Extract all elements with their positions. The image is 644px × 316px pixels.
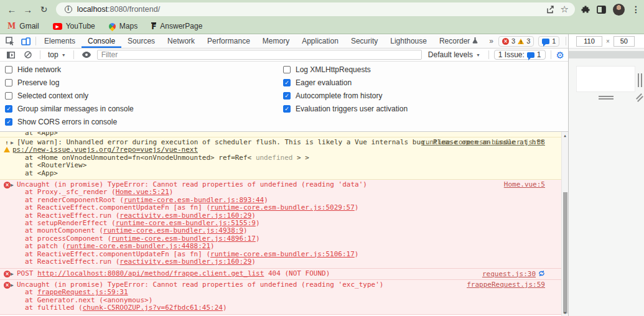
source-location-link[interactable]: Home.vue:5 bbox=[504, 181, 545, 188]
code-link[interactable]: reactivity.esm-bundler.js:160:29 bbox=[119, 211, 251, 220]
side-panel-icon[interactable] bbox=[597, 6, 606, 14]
setting-label: Log XMLHttpRequests bbox=[296, 65, 371, 74]
setting-group-similar-messages-in-console[interactable]: ✓Group similar messages in console bbox=[5, 105, 283, 113]
code-link[interactable]: runtime-core.esm-bundler.js:5106:17 bbox=[210, 250, 355, 258]
expand-arrow-icon[interactable]: ▶ bbox=[11, 271, 14, 278]
checkbox[interactable]: ✓ bbox=[283, 105, 291, 113]
console-error-message[interactable]: ×▶POST http://localhost:8080/api/method/… bbox=[0, 269, 561, 280]
checkbox[interactable]: ✓ bbox=[5, 105, 12, 113]
url-text[interactable]: localhost:8080/frontend/ bbox=[77, 5, 160, 14]
setting-preserve-log[interactable]: Preserve log bbox=[5, 79, 283, 86]
setting-log-xmlhttprequests[interactable]: Log XMLHttpRequests bbox=[283, 66, 408, 73]
forward-button[interactable]: → bbox=[20, 4, 36, 15]
tab-console[interactable]: Console bbox=[82, 34, 121, 48]
console-error-message[interactable]: ×▶Uncaught (in promise) TypeError: Canno… bbox=[0, 180, 561, 268]
setting-label: Eager evaluation bbox=[296, 78, 352, 87]
checkbox[interactable]: ✓ bbox=[283, 92, 291, 100]
code-link[interactable]: runtime-core.esm-bundler.js:4488:21 bbox=[66, 242, 210, 250]
code-link[interactable]: Home.vue:5:21 bbox=[116, 188, 169, 196]
source-location-link[interactable]: request.js:30 bbox=[482, 270, 545, 279]
media-query-bar[interactable] bbox=[569, 51, 644, 58]
checkbox[interactable] bbox=[283, 66, 291, 73]
console-sidebar-icon[interactable] bbox=[4, 52, 18, 58]
console-scrollbar[interactable]: ▲ ▼ bbox=[561, 132, 568, 316]
code-link[interactable]: runtime-core.esm-bundler.js:4896:17 bbox=[111, 235, 256, 243]
code-link[interactable]: http://localhost:8080/api/method/frappe.… bbox=[37, 269, 264, 277]
live-expression-eye-icon[interactable] bbox=[79, 52, 94, 58]
checkbox[interactable]: ✓ bbox=[283, 79, 291, 86]
extensions-icon[interactable] bbox=[581, 5, 590, 14]
viewport-height-input[interactable] bbox=[614, 36, 635, 47]
expand-arrow-icon[interactable]: ▶ bbox=[11, 182, 14, 189]
setting-evaluation-triggers-user-activation[interactable]: ✓Evaluation triggers user activation bbox=[283, 105, 408, 113]
address-bar[interactable]: i localhost:8080/frontend/ ☆ bbox=[56, 2, 575, 16]
bookmark-answerpage[interactable]: FAnswerPage bbox=[151, 22, 202, 30]
clear-console-icon[interactable] bbox=[21, 51, 35, 58]
setting-label: Show CORS errors in console bbox=[17, 118, 117, 126]
site-info-icon[interactable]: i bbox=[65, 6, 72, 13]
context-selector[interactable]: top▼ bbox=[45, 50, 68, 59]
tab-recorder[interactable]: Recorder bbox=[433, 34, 484, 48]
inspect-element-icon[interactable] bbox=[2, 37, 18, 46]
console-warning-message[interactable]: !▶[Vue warn]: Unhandled error during exe… bbox=[0, 137, 561, 180]
bookmark-youtube[interactable]: ▶YouTube bbox=[53, 22, 95, 30]
setting-eager-evaluation[interactable]: ✓Eager evaluation bbox=[283, 79, 408, 86]
tab-performance[interactable]: Performance bbox=[201, 34, 256, 48]
setting-label: Hide network bbox=[17, 65, 61, 74]
checkbox[interactable] bbox=[5, 79, 12, 86]
tab-sources[interactable]: Sources bbox=[121, 34, 161, 48]
bookmark-gmail[interactable]: MGmail bbox=[7, 22, 39, 30]
setting-show-cors-errors-in-console[interactable]: ✓Show CORS errors in console bbox=[5, 118, 283, 126]
console-error-message[interactable]: ×▶Uncaught (in promise) TypeError: Canno… bbox=[0, 280, 561, 315]
tab-application[interactable]: Application bbox=[296, 34, 345, 48]
tab-lighthouse[interactable]: Lighthouse bbox=[384, 34, 433, 48]
viewport-resize-handle-right[interactable] bbox=[638, 73, 642, 87]
messages-badge[interactable]: 1 bbox=[538, 36, 559, 47]
bookmark-maps[interactable]: Maps bbox=[109, 22, 138, 30]
checkbox[interactable] bbox=[5, 66, 12, 73]
profile-avatar[interactable] bbox=[613, 4, 625, 16]
viewport-width-input[interactable] bbox=[576, 36, 602, 47]
console-settings-icon[interactable]: ⚙ bbox=[556, 50, 564, 60]
reload-button[interactable]: ↻ bbox=[36, 4, 52, 14]
expand-arrow-icon[interactable]: ▶ bbox=[11, 282, 14, 289]
code-link[interactable]: runtime-core.esm-bundler.js:4938:9 bbox=[103, 226, 243, 235]
scrollbar-thumb[interactable] bbox=[563, 192, 567, 314]
issues-button[interactable]: 1 Issue:1 bbox=[494, 50, 546, 60]
viewport-resize-handle-bottom[interactable] bbox=[599, 96, 614, 100]
scrollbar-down-icon[interactable]: ▼ bbox=[562, 310, 568, 315]
checkbox[interactable]: ✓ bbox=[5, 118, 12, 126]
console-status-badges[interactable]: ×3 !3 bbox=[498, 36, 534, 47]
console-messages: at <App>!▶[Vue warn]: Unhandled error du… bbox=[0, 132, 561, 315]
tab-network[interactable]: Network bbox=[161, 34, 201, 48]
checkbox[interactable] bbox=[5, 92, 12, 100]
source-location-link[interactable]: frappeRequest.js:59 bbox=[467, 281, 545, 289]
filter-input[interactable] bbox=[97, 50, 422, 60]
code-link[interactable]: reactivity.esm-bundler.js:160:29 bbox=[119, 258, 251, 266]
console-warning-message[interactable]: at <App> bbox=[0, 132, 561, 137]
device-toolbar-icon[interactable] bbox=[18, 37, 34, 45]
browser-menu-icon[interactable]: ⋮ bbox=[632, 4, 640, 14]
setting-autocomplete-from-history[interactable]: ✓Autocomplete from history bbox=[283, 92, 408, 100]
bookmark-star-icon[interactable]: ☆ bbox=[561, 4, 569, 15]
tab-security[interactable]: Security bbox=[345, 34, 384, 48]
code-link[interactable]: chunk-C5ROOZUP.js?v=62fbdc61:45:24 bbox=[83, 304, 223, 312]
code-link[interactable]: frappeRequest.js:59:31 bbox=[37, 288, 128, 296]
code-link[interactable]: runtime-core.esm-bundler.js:893:44 bbox=[124, 196, 264, 204]
setting-selected-context-only[interactable]: Selected context only bbox=[5, 92, 283, 100]
code-link[interactable]: ps://new-issue.vuejs.org/?repo=vuejs/vue… bbox=[12, 146, 198, 154]
code-link[interactable]: runtime-core.esm-bundler.js:5155:9 bbox=[116, 219, 256, 227]
log-levels-dropdown[interactable]: Default levels▼ bbox=[425, 50, 483, 59]
expand-arrow-icon[interactable]: ▶ bbox=[11, 139, 14, 147]
code-link[interactable]: runtime-core.esm-bundler.js:5029:57 bbox=[210, 203, 355, 211]
more-tabs-button[interactable]: » bbox=[484, 37, 498, 45]
tab-elements[interactable]: Elements bbox=[38, 34, 82, 48]
back-button[interactable]: ← bbox=[4, 4, 20, 15]
tab-memory[interactable]: Memory bbox=[256, 34, 296, 48]
source-location-link[interactable]: runtime-core.esm-bundler.js:38 bbox=[421, 139, 545, 146]
page-viewport[interactable] bbox=[577, 67, 635, 91]
share-icon[interactable] bbox=[546, 6, 554, 14]
scrollbar-up-icon[interactable]: ▲ bbox=[562, 133, 568, 137]
viewport-resize-handle-corner[interactable] bbox=[635, 93, 643, 102]
setting-hide-network[interactable]: Hide network bbox=[5, 66, 283, 73]
